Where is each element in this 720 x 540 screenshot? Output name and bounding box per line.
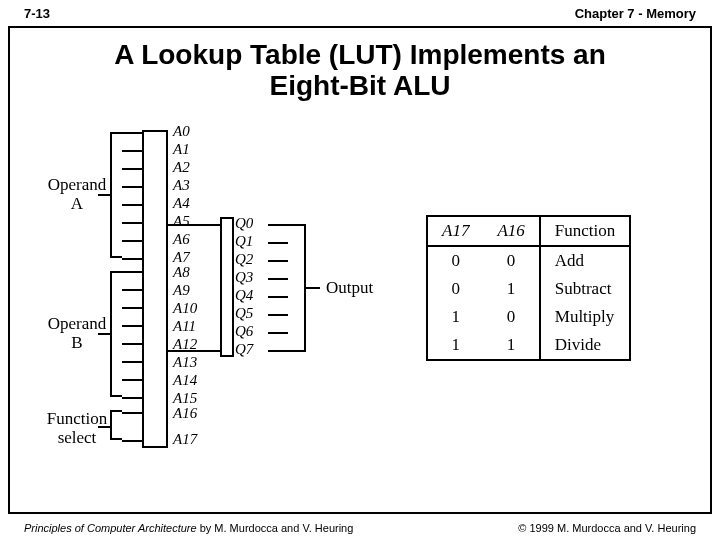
footer-citation: Principles of Computer Architecture by M… bbox=[24, 522, 353, 534]
ftable-c-1-2: Subtract bbox=[540, 275, 630, 303]
wire-a2 bbox=[122, 168, 142, 170]
label-q6: Q6 bbox=[235, 323, 253, 340]
title-line-1: A Lookup Table (LUT) Implements an bbox=[114, 39, 606, 70]
footer-authors: by M. Murdocca and V. Heuring bbox=[197, 522, 354, 534]
output-bracket bbox=[288, 224, 306, 352]
wire-a0 bbox=[122, 132, 142, 134]
wire-a16 bbox=[122, 412, 142, 414]
label-a5: A5 bbox=[173, 213, 190, 230]
function-select-label: Function select bbox=[42, 410, 112, 447]
wire-a4 bbox=[122, 204, 142, 206]
ftable-h-a17: A17 bbox=[427, 216, 483, 246]
ftable-row-3: 1 1 Divide bbox=[427, 331, 630, 360]
wire-q1 bbox=[268, 242, 288, 244]
ftable-row-0: 0 0 Add bbox=[427, 246, 630, 275]
operand-a-stub bbox=[98, 194, 110, 196]
function-table: A17 A16 Function 0 0 Add 0 1 Subtract 1 … bbox=[426, 215, 631, 361]
wire-a14 bbox=[122, 379, 142, 381]
ftable-c-3-0: 1 bbox=[427, 331, 483, 360]
label-a0: A0 bbox=[173, 123, 190, 140]
ftable-c-0-0: 0 bbox=[427, 246, 483, 275]
ftable-c-3-1: 1 bbox=[483, 331, 539, 360]
ftable-c-0-2: Add bbox=[540, 246, 630, 275]
wire-q6 bbox=[268, 332, 288, 334]
function-select-bracket bbox=[110, 410, 122, 440]
chapter-label: Chapter 7 - Memory bbox=[575, 6, 696, 21]
wire-q7 bbox=[268, 350, 288, 352]
output-buffer-box bbox=[220, 217, 234, 357]
wire-a13 bbox=[122, 361, 142, 363]
wire-a8 bbox=[122, 271, 142, 273]
label-a2: A2 bbox=[173, 159, 190, 176]
wire-q0 bbox=[268, 224, 288, 226]
output-label: Output bbox=[326, 278, 373, 298]
label-a10: A10 bbox=[173, 300, 197, 317]
label-a14: A14 bbox=[173, 372, 197, 389]
label-a13: A13 bbox=[173, 354, 197, 371]
ftable-c-3-2: Divide bbox=[540, 331, 630, 360]
label-a8: A8 bbox=[173, 264, 190, 281]
ftable-c-2-2: Multiply bbox=[540, 303, 630, 331]
output-stub bbox=[306, 287, 320, 289]
label-a6: A6 bbox=[173, 231, 190, 248]
footer-book-title: Principles of Computer Architecture bbox=[24, 522, 197, 534]
wire-a10 bbox=[122, 307, 142, 309]
label-q5: Q5 bbox=[235, 305, 253, 322]
wire-a6 bbox=[122, 240, 142, 242]
wire-q2 bbox=[268, 260, 288, 262]
label-a11: A11 bbox=[173, 318, 196, 335]
label-a9: A9 bbox=[173, 282, 190, 299]
operand-b-bracket bbox=[110, 271, 122, 397]
wire-a9 bbox=[122, 289, 142, 291]
wire-a15 bbox=[122, 397, 142, 399]
label-q1: Q1 bbox=[235, 233, 253, 250]
lut-diagram: Operand A Operand B Function select A0 A… bbox=[20, 120, 700, 480]
ftable-c-1-1: 1 bbox=[483, 275, 539, 303]
ftable-c-0-1: 0 bbox=[483, 246, 539, 275]
function-select-stub bbox=[98, 426, 110, 428]
label-a4: A4 bbox=[173, 195, 190, 212]
operand-b-stub bbox=[98, 333, 110, 335]
bridge-q7 bbox=[168, 350, 220, 352]
ftable-c-1-0: 0 bbox=[427, 275, 483, 303]
label-a1: A1 bbox=[173, 141, 190, 158]
wire-a17 bbox=[122, 440, 142, 442]
rom-box bbox=[142, 130, 168, 448]
ftable-c-2-0: 1 bbox=[427, 303, 483, 331]
wire-a7 bbox=[122, 258, 142, 260]
wire-q4 bbox=[268, 296, 288, 298]
label-q4: Q4 bbox=[235, 287, 253, 304]
label-q3: Q3 bbox=[235, 269, 253, 286]
ftable-h-a16: A16 bbox=[483, 216, 539, 246]
wire-a3 bbox=[122, 186, 142, 188]
wire-a5 bbox=[122, 222, 142, 224]
title-line-2: Eight-Bit ALU bbox=[270, 70, 451, 101]
wire-q5 bbox=[268, 314, 288, 316]
label-a16: A16 bbox=[173, 405, 197, 422]
ftable-row-2: 1 0 Multiply bbox=[427, 303, 630, 331]
wire-a11 bbox=[122, 325, 142, 327]
wire-q3 bbox=[268, 278, 288, 280]
bridge-q0 bbox=[168, 224, 220, 226]
slide-title: A Lookup Table (LUT) Implements an Eight… bbox=[0, 40, 720, 102]
page-number: 7-13 bbox=[24, 6, 50, 21]
footer-copyright: © 1999 M. Murdocca and V. Heuring bbox=[518, 522, 696, 534]
wire-a1 bbox=[122, 150, 142, 152]
label-a17: A17 bbox=[173, 431, 197, 448]
operand-a-bracket bbox=[110, 132, 122, 258]
ftable-h-func: Function bbox=[540, 216, 630, 246]
ftable-c-2-1: 0 bbox=[483, 303, 539, 331]
label-q7: Q7 bbox=[235, 341, 253, 358]
wire-a12 bbox=[122, 343, 142, 345]
label-q0: Q0 bbox=[235, 215, 253, 232]
label-a3: A3 bbox=[173, 177, 190, 194]
ftable-row-1: 0 1 Subtract bbox=[427, 275, 630, 303]
label-q2: Q2 bbox=[235, 251, 253, 268]
